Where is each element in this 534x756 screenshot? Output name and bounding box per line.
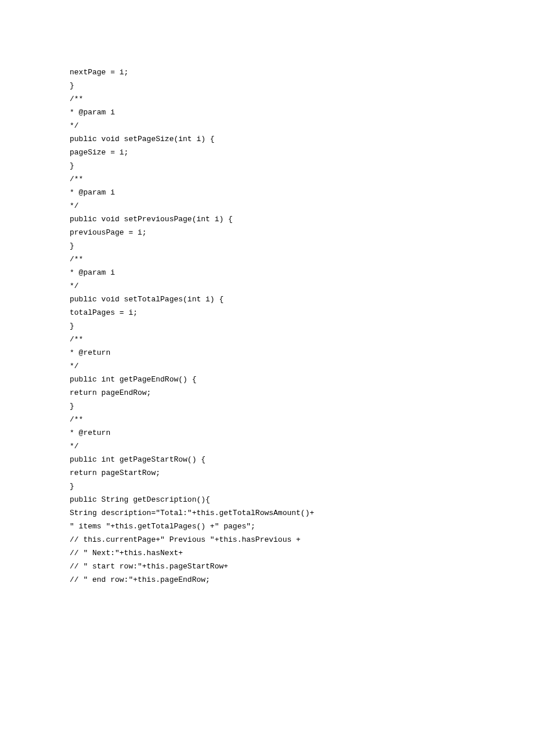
- code-line: * @return: [70, 426, 534, 440]
- code-line: nextPage = i;: [70, 66, 534, 79]
- code-line: public void setPreviousPage(int i) {: [70, 213, 534, 226]
- code-line: public String getDescription(){: [70, 493, 534, 506]
- code-line: return pageEndRow;: [70, 386, 534, 399]
- code-line: // " end row:"+this.pageEndRow;: [70, 573, 534, 586]
- code-line: * @param i: [70, 266, 534, 279]
- code-line: public void setTotalPages(int i) {: [70, 293, 534, 306]
- code-line: pageSize = i;: [70, 146, 534, 159]
- code-line: /**: [70, 172, 534, 186]
- code-line: * @param i: [70, 186, 534, 199]
- code-line: */: [70, 440, 534, 453]
- code-line: public int getPageStartRow() {: [70, 453, 534, 466]
- code-line: previousPage = i;: [70, 226, 534, 239]
- code-line: * @param i: [70, 106, 534, 119]
- code-line: return pageStartRow;: [70, 466, 534, 480]
- code-line: */: [70, 359, 534, 373]
- code-line: public int getPageEndRow() {: [70, 373, 534, 386]
- code-line: public void setPageSize(int i) {: [70, 132, 534, 146]
- code-line: totalPages = i;: [70, 306, 534, 319]
- code-line: // " start row:"+this.pageStartRow+: [70, 560, 534, 573]
- code-line: }: [70, 239, 534, 253]
- code-line: /**: [70, 333, 534, 346]
- code-line: * @return: [70, 346, 534, 359]
- code-line: */: [70, 199, 534, 213]
- code-line: " items "+this.getTotalPages() +" pages"…: [70, 520, 534, 533]
- code-line: }: [70, 79, 534, 92]
- code-line: String description="Total:"+this.getTota…: [70, 506, 534, 520]
- code-line: }: [70, 480, 534, 493]
- code-line: // this.currentPage+" Previous "+this.ha…: [70, 533, 534, 546]
- code-line: }: [70, 319, 534, 333]
- code-line: */: [70, 279, 534, 293]
- code-line: }: [70, 399, 534, 413]
- code-line: /**: [70, 92, 534, 106]
- code-block: nextPage = i; } /** * @param i */ public…: [0, 0, 534, 586]
- code-line: /**: [70, 253, 534, 266]
- code-line: }: [70, 159, 534, 172]
- code-line: /**: [70, 413, 534, 426]
- code-line: // " Next:"+this.hasNext+: [70, 546, 534, 560]
- code-line: */: [70, 119, 534, 132]
